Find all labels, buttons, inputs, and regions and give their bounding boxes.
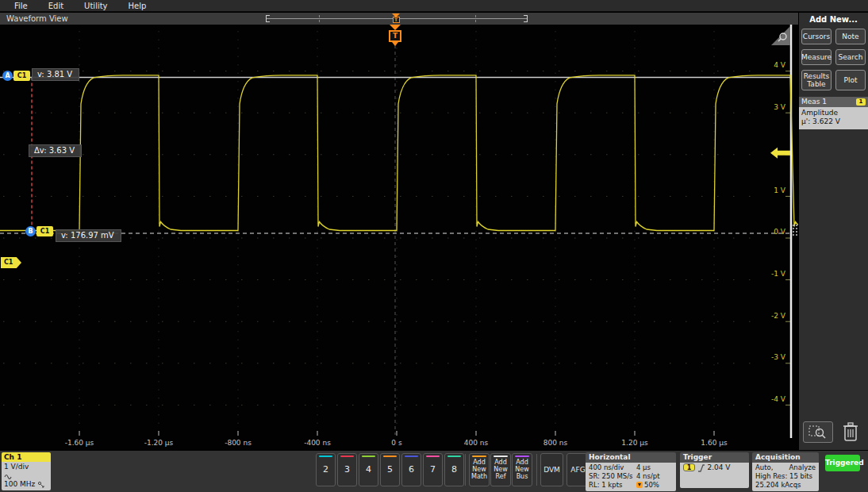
results-sidebar: Add New... Cursors Note Measure Search R… bbox=[799, 13, 868, 450]
y-axis-label: -1 V bbox=[759, 270, 785, 278]
oscilloscope-screen: File Edit Utility Help Waveform View T 4… bbox=[0, 0, 868, 492]
x-axis-label: -1.60 μs bbox=[56, 439, 103, 447]
x-axis-label: 400 ns bbox=[452, 439, 500, 447]
horizontal-position: 50% bbox=[644, 481, 659, 489]
cursor-source-chip[interactable]: C1 bbox=[36, 226, 53, 236]
cursor-delta-readout: Δv: 3.63 V bbox=[29, 144, 82, 157]
splitter-grip[interactable] bbox=[793, 225, 797, 245]
meas1-badge-panel[interactable]: Meas 1 1 Amplitude μ': 3.622 V bbox=[799, 97, 868, 129]
channel1-trace bbox=[0, 75, 798, 231]
meas1-title: Meas 1 bbox=[801, 98, 827, 106]
channel1-title: Ch 1 bbox=[2, 452, 51, 462]
y-axis-label: 0 V bbox=[759, 228, 785, 236]
x-axis-label: -1.20 μs bbox=[135, 439, 182, 447]
record-view-tick bbox=[319, 15, 320, 22]
horizontal-panel[interactable]: Horizontal 400 ns/div4 μs SR: 250 MS/s4 … bbox=[586, 452, 676, 491]
dvm-button[interactable]: DVM bbox=[540, 453, 563, 486]
record-trigger-marker-icon[interactable]: T bbox=[391, 13, 401, 24]
y-axis-label: -3 V bbox=[759, 353, 785, 361]
record-view-tick bbox=[475, 15, 476, 22]
add-new-header: Add New... bbox=[799, 15, 868, 24]
record-view-bar[interactable]: T bbox=[266, 14, 528, 23]
menu-file[interactable]: File bbox=[14, 2, 28, 10]
probe-icon bbox=[37, 481, 45, 488]
plot-button[interactable]: Plot bbox=[835, 70, 866, 90]
channel7-button[interactable]: 7 bbox=[423, 453, 443, 486]
zoom-select-icon bbox=[804, 422, 832, 442]
cursor-a-readout[interactable]: v: 3.81 V bbox=[32, 68, 79, 81]
sample-rate: SR: 250 MS/s bbox=[589, 472, 636, 481]
record-length: RL: 1 kpts bbox=[589, 481, 636, 490]
horizontal-span: 4 μs bbox=[636, 463, 651, 472]
menu-bar: File Edit Utility Help bbox=[0, 0, 868, 12]
meas1-name: Amplitude bbox=[801, 109, 866, 117]
cursors-button[interactable]: Cursors bbox=[801, 29, 832, 44]
rising-edge-icon bbox=[697, 463, 705, 472]
cursor-b-readout[interactable]: v: 176.97 mV bbox=[56, 229, 121, 242]
y-axis-label: 3 V bbox=[759, 103, 785, 111]
trigger-flag-label: T bbox=[389, 30, 401, 42]
coupling-icon bbox=[4, 473, 13, 479]
separator bbox=[536, 454, 537, 486]
trigger-source-badge: 1 bbox=[683, 463, 695, 471]
waveform-view-titlebar: Waveform View T bbox=[0, 13, 798, 25]
add-new-bus-button[interactable]: Add New Bus bbox=[512, 453, 532, 486]
trash-icon bbox=[840, 420, 861, 444]
acq-count: 25.204 kAcqs bbox=[755, 481, 816, 490]
x-axis-label: -400 ns bbox=[294, 439, 341, 447]
horizontal-scale: 400 ns/div bbox=[589, 463, 636, 472]
cursor-source-chip[interactable]: C1 bbox=[13, 71, 30, 81]
horizontal-title: Horizontal bbox=[586, 452, 676, 463]
channel1-scale: 1 V/div bbox=[4, 463, 48, 471]
trigger-status-badge: Triggered bbox=[825, 455, 860, 471]
waveform-display[interactable]: 4 V 3 V 1 V 0 V -1 V -2 V -3 V -4 V -1.6… bbox=[0, 25, 798, 450]
trigger-panel[interactable]: Trigger 1 2.04 V bbox=[680, 452, 749, 488]
x-axis-label: 800 ns bbox=[532, 439, 579, 447]
channel2-button[interactable]: 2 bbox=[316, 453, 336, 486]
y-axis-label: 4 V bbox=[759, 61, 785, 69]
acq-analyze: Analyze bbox=[789, 463, 816, 472]
add-new-math-button[interactable]: Add New Math bbox=[469, 453, 490, 486]
acquisition-title: Acquisition bbox=[752, 452, 819, 463]
trigger-level: 2.04 V bbox=[707, 463, 730, 471]
channel1-bandwidth: 100 MHz bbox=[4, 480, 35, 488]
zoom-corner-icon[interactable] bbox=[771, 26, 790, 45]
trash-button[interactable] bbox=[840, 420, 862, 444]
cursor-a-badge[interactable]: A bbox=[2, 71, 13, 81]
add-new-ref-button[interactable]: Add New Ref bbox=[490, 453, 511, 486]
reference-point-icon bbox=[636, 482, 643, 488]
acq-mode: Auto, bbox=[755, 463, 773, 472]
results-table-button[interactable]: Results Table bbox=[801, 70, 832, 90]
y-axis-label: -2 V bbox=[759, 312, 785, 320]
channel4-button[interactable]: 4 bbox=[359, 453, 378, 486]
x-axis-label: -800 ns bbox=[214, 439, 262, 447]
trigger-position-flag[interactable]: T bbox=[388, 25, 402, 46]
trigger-title: Trigger bbox=[680, 452, 749, 463]
acquisition-panel[interactable]: Acquisition Auto,Analyze High Res: 15 bi… bbox=[752, 452, 819, 491]
menu-edit[interactable]: Edit bbox=[48, 2, 63, 10]
record-view-right-bracket[interactable] bbox=[524, 15, 528, 22]
measure-button[interactable]: Measure bbox=[801, 49, 832, 65]
search-button[interactable]: Search bbox=[835, 49, 866, 65]
separator bbox=[465, 454, 466, 486]
channel3-button[interactable]: 3 bbox=[337, 453, 357, 486]
zoom-select-button[interactable] bbox=[803, 421, 833, 443]
sample-interval: 4 ns/pt bbox=[636, 472, 660, 481]
menu-utility[interactable]: Utility bbox=[84, 2, 107, 10]
record-view-left-bracket[interactable] bbox=[266, 15, 270, 22]
meas1-value: μ': 3.622 V bbox=[801, 117, 866, 126]
channel6-button[interactable]: 6 bbox=[401, 453, 421, 486]
channel8-button[interactable]: 8 bbox=[444, 453, 464, 486]
note-button[interactable]: Note bbox=[835, 29, 866, 44]
channel1-badge[interactable]: Ch 1 1 V/div 100 MHz bbox=[2, 452, 51, 490]
menu-help[interactable]: Help bbox=[129, 2, 147, 10]
meas1-source-badge: 1 bbox=[856, 98, 866, 106]
acq-resolution: High Res: 15 bits bbox=[755, 472, 816, 481]
x-axis-label: 1.60 μs bbox=[690, 439, 738, 447]
trigger-level-arrow bbox=[770, 148, 790, 159]
channel5-button[interactable]: 5 bbox=[380, 453, 400, 486]
y-axis-label: -4 V bbox=[759, 395, 785, 403]
x-axis-label: 0 s bbox=[373, 439, 421, 447]
cursor-b-badge[interactable]: B bbox=[25, 226, 36, 236]
x-axis-label: 1.20 μs bbox=[611, 439, 659, 447]
